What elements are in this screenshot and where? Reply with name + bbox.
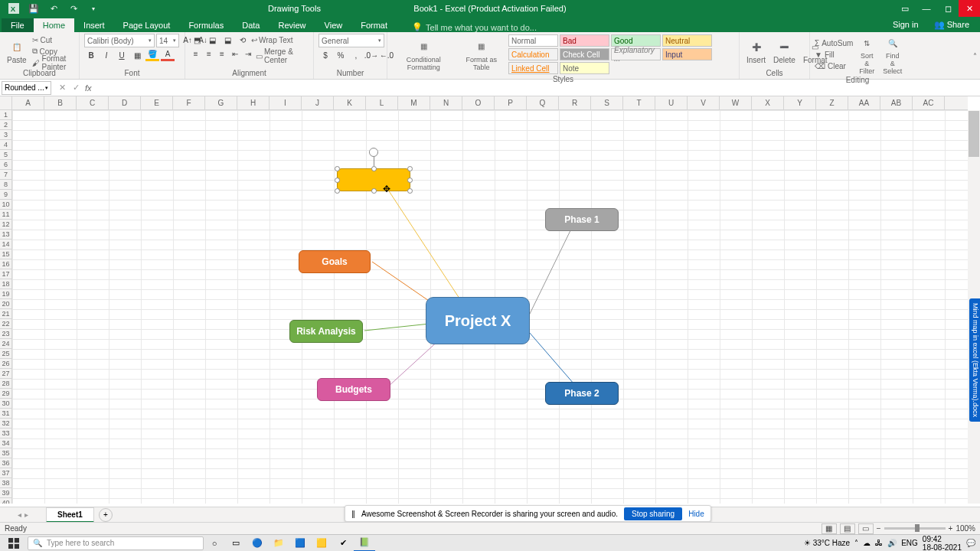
tab-formulas[interactable]: Formulas bbox=[179, 18, 233, 32]
cut-button[interactable]: ✂Cut bbox=[32, 34, 74, 45]
name-box[interactable]: Rounded ...▾ bbox=[2, 81, 51, 95]
shape-project-x[interactable]: Project X bbox=[426, 297, 530, 344]
row-header[interactable]: 29 bbox=[0, 389, 11, 399]
format-painter-button[interactable]: 🖌Format Painter bbox=[32, 57, 74, 68]
col-header[interactable]: F bbox=[173, 96, 205, 109]
style-input[interactable]: Input bbox=[662, 48, 712, 60]
clock[interactable]: 09:4218-08-2021 bbox=[923, 535, 962, 552]
col-header[interactable]: E bbox=[141, 96, 173, 109]
sheet-nav-next-icon[interactable]: ▸ bbox=[24, 510, 28, 519]
cortana-icon[interactable]: ○ bbox=[204, 535, 225, 552]
row-header[interactable]: 4 bbox=[0, 140, 11, 150]
row-header[interactable]: 26 bbox=[0, 359, 11, 369]
excel-taskbar-icon[interactable]: 📗 bbox=[354, 535, 375, 552]
row-header[interactable]: 33 bbox=[0, 429, 11, 439]
col-header[interactable]: B bbox=[44, 96, 77, 109]
worksheet-area[interactable]: ABCDEFGHIJKLMNOPQRSTUVWXYZAAABAC 1234567… bbox=[0, 96, 980, 504]
number-format-select[interactable]: General▾ bbox=[318, 34, 384, 47]
hide-sharing-button[interactable]: Hide bbox=[688, 510, 704, 518]
row-header[interactable]: 31 bbox=[0, 409, 11, 419]
row-header[interactable]: 20 bbox=[0, 299, 11, 309]
row-header[interactable]: 27 bbox=[0, 369, 11, 379]
row-header[interactable]: 8 bbox=[0, 180, 11, 190]
row-header[interactable]: 24 bbox=[0, 339, 11, 349]
col-header[interactable]: H bbox=[237, 96, 270, 109]
align-middle-icon[interactable]: ⬓ bbox=[205, 34, 219, 46]
add-sheet-button[interactable]: + bbox=[99, 508, 113, 522]
col-header[interactable]: U bbox=[655, 96, 688, 109]
underline-button[interactable]: U bbox=[115, 49, 129, 61]
conditional-formatting-button[interactable]: ▦Conditional Formatting bbox=[392, 37, 456, 72]
percent-icon[interactable]: % bbox=[334, 49, 348, 61]
col-header[interactable]: Y bbox=[784, 96, 816, 109]
shape-goals[interactable]: Goals bbox=[299, 250, 371, 273]
style-bad[interactable]: Bad bbox=[560, 34, 609, 47]
fx-icon[interactable]: fx bbox=[85, 83, 92, 93]
zoom-slider[interactable] bbox=[884, 527, 946, 530]
tray-chevron-icon[interactable]: ˄ bbox=[854, 539, 858, 547]
align-left-icon[interactable]: ≡ bbox=[190, 47, 201, 60]
tab-review[interactable]: Review bbox=[269, 18, 315, 32]
row-header[interactable]: 15 bbox=[0, 249, 11, 259]
sign-in-button[interactable]: Sign in bbox=[885, 18, 926, 32]
border-button[interactable]: ▦ bbox=[130, 49, 144, 61]
row-header[interactable]: 18 bbox=[0, 279, 11, 289]
cell-grid[interactable]: ⟳ ✥ Goals Risk Analysis Budgets Project … bbox=[12, 110, 968, 504]
indent-dec-icon[interactable]: ⇤ bbox=[230, 47, 241, 60]
col-header[interactable]: C bbox=[77, 96, 109, 109]
row-header[interactable]: 35 bbox=[0, 448, 11, 458]
col-header[interactable]: A bbox=[12, 96, 44, 109]
tell-me-search[interactable]: 💡Tell me what you want to do... bbox=[412, 22, 537, 32]
row-header[interactable]: 30 bbox=[0, 399, 11, 409]
tab-format[interactable]: Format bbox=[351, 18, 397, 32]
language-indicator[interactable]: ENG bbox=[901, 539, 918, 547]
delete-cells-button[interactable]: ➖Delete bbox=[771, 37, 798, 65]
app-icon-1[interactable]: 🟦 bbox=[289, 535, 311, 552]
fill-button[interactable]: ▼Fill bbox=[815, 50, 853, 60]
tab-file[interactable]: File bbox=[2, 18, 34, 32]
sheet-tab-sheet1[interactable]: Sheet1 bbox=[46, 507, 94, 523]
col-header[interactable]: Q bbox=[527, 96, 559, 109]
row-header[interactable]: 25 bbox=[0, 349, 11, 359]
shape-selected-rounded-rect[interactable]: ⟳ bbox=[337, 168, 410, 191]
tab-insert[interactable]: Insert bbox=[74, 18, 114, 32]
shape-phase-2[interactable]: Phase 2 bbox=[545, 382, 619, 405]
minimize-icon[interactable]: — bbox=[916, 0, 937, 17]
style-explanatory[interactable]: Explanatory ... bbox=[611, 48, 661, 60]
col-header[interactable]: V bbox=[688, 96, 720, 109]
tab-data[interactable]: Data bbox=[233, 18, 269, 32]
shape-budgets[interactable]: Budgets bbox=[317, 378, 390, 401]
row-header[interactable]: 12 bbox=[0, 220, 11, 230]
row-header[interactable]: 39 bbox=[0, 488, 11, 498]
row-header[interactable]: 1 bbox=[0, 110, 11, 120]
col-header[interactable]: X bbox=[752, 96, 784, 109]
align-bottom-icon[interactable]: ⬓ bbox=[220, 34, 234, 46]
column-headers[interactable]: ABCDEFGHIJKLMNOPQRSTUVWXYZAAABAC bbox=[12, 96, 968, 110]
font-color-button[interactable]: A bbox=[161, 49, 175, 61]
collapse-ribbon-icon[interactable]: ˄ bbox=[973, 51, 977, 60]
style-good[interactable]: Good bbox=[611, 34, 661, 47]
find-select-button[interactable]: 🔍Find & Select bbox=[880, 34, 904, 76]
file-explorer-icon[interactable]: 📁 bbox=[268, 535, 289, 552]
row-header[interactable]: 36 bbox=[0, 458, 11, 468]
maximize-icon[interactable]: ◻ bbox=[937, 0, 959, 17]
col-header[interactable]: N bbox=[430, 96, 462, 109]
col-header[interactable]: K bbox=[334, 96, 366, 109]
style-note[interactable]: Note bbox=[560, 62, 609, 74]
volume-icon[interactable]: 🔊 bbox=[887, 539, 897, 547]
cancel-formula-icon[interactable]: ✕ bbox=[56, 83, 68, 93]
row-header[interactable]: 11 bbox=[0, 210, 11, 220]
save-icon[interactable]: 💾 bbox=[26, 2, 41, 15]
insert-cells-button[interactable]: ➕Insert bbox=[744, 37, 768, 65]
row-headers[interactable]: 1234567891011121314151617181920212223242… bbox=[0, 110, 12, 504]
stop-sharing-button[interactable]: Stop sharing bbox=[624, 507, 682, 520]
italic-button[interactable]: I bbox=[100, 49, 113, 61]
row-header[interactable]: 28 bbox=[0, 379, 11, 389]
zoom-out-button[interactable]: − bbox=[877, 524, 881, 533]
ribbon-display-icon[interactable]: ▭ bbox=[894, 0, 916, 17]
format-as-table-button[interactable]: ▦Format as Table bbox=[459, 37, 505, 72]
taskbar-search[interactable]: 🔍Type here to search bbox=[28, 536, 204, 550]
row-header[interactable]: 17 bbox=[0, 269, 11, 279]
zoom-level[interactable]: 100% bbox=[956, 524, 975, 533]
shape-phase-1[interactable]: Phase 1 bbox=[545, 208, 619, 231]
